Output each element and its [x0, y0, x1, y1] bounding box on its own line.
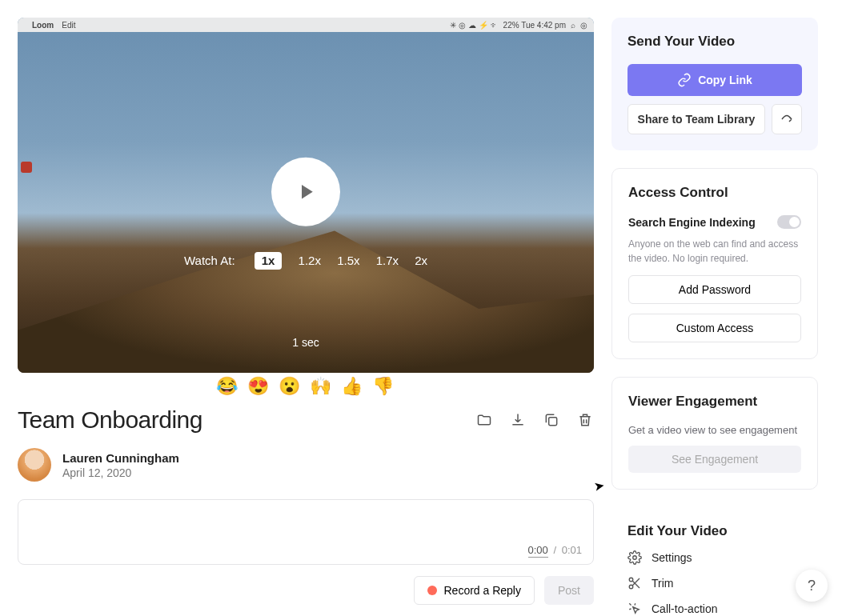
access-control-card: Access Control Search Engine Indexing An…	[611, 168, 818, 359]
speed-option-1x[interactable]: 1x	[255, 252, 283, 270]
reaction-heart-eyes[interactable]: 😍	[247, 376, 271, 396]
post-button: Post	[544, 576, 594, 605]
speed-option-2x[interactable]: 2x	[415, 254, 427, 267]
send-video-title: Send Your Video	[627, 34, 802, 50]
svg-point-2	[629, 578, 633, 582]
copy-link-button[interactable]: Copy Link	[627, 64, 802, 96]
edit-trim-item[interactable]: Trim	[627, 576, 802, 590]
svg-rect-0	[549, 418, 557, 426]
speed-option-1-2x[interactable]: 1.2x	[299, 254, 321, 267]
share-arrow-icon	[780, 112, 794, 126]
folder-icon[interactable]	[475, 411, 493, 429]
reaction-joy[interactable]: 😂	[216, 376, 239, 396]
add-password-button[interactable]: Add Password	[628, 275, 801, 304]
watch-at-label: Watch At:	[184, 254, 235, 267]
author-avatar[interactable]	[18, 448, 51, 482]
send-video-card: Send Your Video Copy Link Share to Team …	[611, 18, 818, 150]
status-icons: ✳ ◎ ☁ ⚡ ᯤ	[450, 21, 498, 30]
reaction-bar: 😂 😍 😮 🙌 👍 👎	[18, 373, 594, 405]
viewer-engagement-card: Viewer Engagement Get a video view to se…	[611, 377, 818, 490]
question-mark-icon: ?	[808, 578, 816, 594]
edit-cta-item[interactable]: Call-to-action	[627, 602, 802, 616]
reaction-thumbs-up[interactable]: 👍	[341, 376, 364, 396]
video-player[interactable]: Loom Edit ✳ ◎ ☁ ⚡ ᯤ 22% Tue 4:42 pm ⌕ ◎ …	[18, 18, 594, 373]
gear-icon	[627, 550, 642, 565]
mac-menubar: Loom Edit ✳ ◎ ☁ ⚡ ᯤ 22% Tue 4:42 pm ⌕ ◎	[18, 18, 594, 32]
access-control-title: Access Control	[628, 185, 801, 201]
comment-input[interactable]: 0:00 / 0:01	[18, 499, 594, 565]
share-team-library-button[interactable]: Share to Team Library	[627, 104, 765, 134]
scissors-icon	[627, 576, 642, 590]
help-button[interactable]: ?	[796, 570, 828, 602]
svg-point-3	[629, 585, 633, 589]
trash-icon[interactable]	[576, 411, 594, 429]
record-reply-button[interactable]: Record a Reply	[414, 576, 535, 605]
link-icon	[677, 73, 692, 87]
search-indexing-label: Search Engine Indexing	[628, 216, 756, 229]
viewer-engagement-title: Viewer Engagement	[628, 394, 801, 410]
reaction-thumbs-down[interactable]: 👎	[372, 376, 395, 396]
video-duration-label: 1 sec	[18, 336, 594, 349]
siri-icon: ◎	[580, 21, 587, 30]
speed-option-1-5x[interactable]: 1.5x	[337, 254, 359, 267]
svg-point-1	[633, 556, 637, 560]
menubar-app: Loom	[32, 21, 54, 30]
custom-access-button[interactable]: Custom Access	[628, 314, 801, 342]
speed-option-1-7x[interactable]: 1.7x	[376, 254, 399, 267]
see-engagement-button: See Engagement	[628, 446, 801, 473]
cursor-click-icon	[627, 602, 642, 616]
edit-video-card: Edit Your Video Settings Trim Call-to-ac…	[611, 507, 818, 616]
share-more-button[interactable]	[772, 104, 802, 134]
play-button[interactable]	[271, 158, 340, 226]
reaction-wow[interactable]: 😮	[279, 376, 302, 396]
search-icon: ⌕	[571, 21, 575, 30]
menubar-item: Edit	[62, 21, 75, 30]
menubar-clock: 22% Tue 4:42 pm	[503, 21, 566, 30]
record-dot-icon	[427, 586, 437, 595]
comment-timestamp: 0:00 / 0:01	[528, 544, 583, 556]
search-indexing-toggle[interactable]	[777, 215, 801, 229]
video-title[interactable]: Team Onboarding	[18, 406, 202, 434]
engagement-helper-text: Get a video view to see engagement	[628, 424, 801, 436]
video-date: April 12, 2020	[62, 466, 179, 479]
recording-indicator-icon	[21, 162, 32, 173]
download-icon[interactable]	[509, 411, 527, 429]
edit-video-title: Edit Your Video	[627, 523, 802, 539]
duplicate-icon[interactable]	[543, 411, 560, 429]
play-icon	[294, 180, 318, 204]
author-name[interactable]: Lauren Cunningham	[62, 451, 179, 465]
access-helper-text: Anyone on the web can find and access th…	[628, 237, 801, 266]
edit-settings-item[interactable]: Settings	[627, 550, 802, 565]
reaction-raised-hands[interactable]: 🙌	[310, 376, 333, 396]
